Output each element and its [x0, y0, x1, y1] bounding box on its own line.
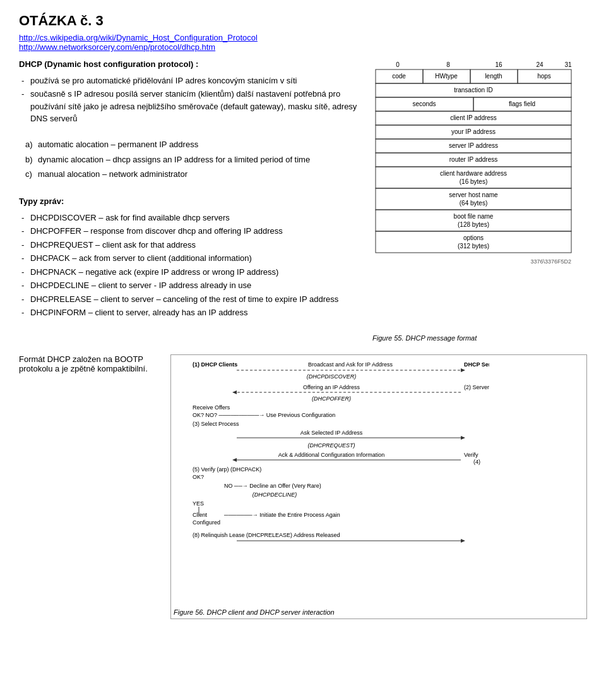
intro-item-2: současně s IP adresou posílá server stan… [19, 88, 360, 125]
flow-diagram-container: .flow-text { font-size: 9px; font-family… [170, 354, 587, 619]
svg-text:length: length [485, 73, 502, 80]
svg-text:your IP address: your IP address [451, 128, 496, 135]
svg-text:(4): (4) [473, 459, 480, 465]
svg-text:(16 bytes): (16 bytes) [460, 178, 487, 185]
svg-text:Configured: Configured [193, 519, 220, 526]
intro-list: používá se pro automatické přidělování I… [19, 75, 360, 125]
alloc-label-a: a) [25, 138, 33, 151]
svg-text:3376\3376F5D2: 3376\3376F5D2 [530, 258, 571, 265]
svg-text:(DHCPOFFER): (DHCPOFFER) [312, 395, 351, 402]
svg-text:16: 16 [495, 61, 502, 68]
type-discover: DHCPDISCOVER – ask for find available dh… [19, 212, 360, 224]
svg-text:OK?: OK? [193, 474, 204, 480]
packet-format-svg: 0 8 16 24 31 code HWtype length hops tra… [372, 58, 574, 330]
svg-text:Verify: Verify [464, 452, 478, 458]
svg-text:(64 bytes): (64 bytes) [460, 200, 487, 207]
type-offer: DHCPOFFER – response from discover dhcp … [19, 225, 360, 238]
svg-text:Broadcast and Ask for IP Addre: Broadcast and Ask for IP Address [308, 361, 393, 368]
svg-text:(8)  Relinquish Lease  (DHCPRE: (8) Relinquish Lease (DHCPRELEASE) Addre… [193, 532, 340, 538]
svg-text:OK?   NO? ──────────→ Use Prev: OK? NO? ──────────→ Use Previous Configu… [193, 412, 335, 418]
alloc-text-b: dynamic alocation – dhcp assigns an IP a… [38, 155, 310, 164]
flow-diagram-svg: .flow-text { font-size: 9px; font-family… [174, 358, 489, 604]
alloc-text-c: manual alocation – network administrator [38, 169, 187, 179]
svg-text:options: options [463, 234, 484, 241]
svg-marker-44 [461, 368, 465, 372]
link-wikipedia[interactable]: http://cs.wikipedia.org/wiki/Dynamic_Hos… [19, 33, 258, 42]
alloc-list: a) automatic alocation – permanent IP ad… [19, 138, 360, 181]
svg-text:31: 31 [564, 61, 572, 68]
alloc-label-c: c) [25, 168, 32, 181]
type-release: DHCPRELEASE – client to server – canceli… [19, 293, 360, 306]
svg-marker-56 [461, 436, 465, 440]
svg-text:Ask Selected IP Address: Ask Selected IP Address [300, 430, 363, 436]
alloc-item-b: b) dynamic alocation – dhcp assigns an I… [19, 154, 360, 166]
dhcp-flow-diagram: .flow-text { font-size: 9px; font-family… [170, 354, 587, 619]
intro-title: DHCP (Dynamic host configuration protoco… [19, 59, 198, 69]
svg-text:Offering an IP Address: Offering an IP Address [303, 384, 360, 390]
svg-text:(128 bytes): (128 bytes) [458, 221, 489, 228]
link-networksorcery[interactable]: http://www.networksorcery.com/enp/protoc… [19, 42, 215, 52]
svg-text:server IP address: server IP address [449, 142, 498, 149]
intro-item-1: používá se pro automatické přidělování I… [19, 75, 360, 87]
type-ack: DHCPACK – ack from server to client (add… [19, 252, 360, 265]
types-list: DHCPDISCOVER – ask for find available dh… [19, 212, 360, 319]
types-title: Typy zpráv: [19, 196, 64, 206]
svg-text:───────→ Initiate the Entire P: ───────→ Initiate the Entire Process Aga… [223, 512, 340, 518]
svg-text:(5) Verify (arp)  (DHCPACK): (5) Verify (arp) (DHCPACK) [193, 466, 261, 473]
svg-text:client hardware address: client hardware address [440, 170, 507, 177]
right-column: 0 8 16 24 31 code HWtype length hops tra… [372, 58, 587, 342]
bottom-section: Formát DHCP založen na BOOTP protokolu a… [19, 354, 587, 619]
fig55-caption: Figure 55. DHCP message format [372, 334, 574, 342]
alloc-label-b: b) [25, 154, 33, 166]
svg-text:Receive Offers: Receive Offers [193, 404, 230, 411]
svg-text:flags field: flags field [509, 100, 535, 107]
alloc-item-a: a) automatic alocation – permanent IP ad… [19, 138, 360, 151]
svg-text:client IP address: client IP address [450, 114, 497, 121]
footer-text: Formát DHCP založen na BOOTP protokolu a… [19, 354, 158, 373]
links-section: http://cs.wikipedia.org/wiki/Dynamic_Hos… [19, 33, 587, 52]
svg-marker-61 [232, 458, 237, 462]
page-title: OTÁZKA č. 3 [19, 13, 587, 29]
footer-text-container: Formát DHCP založen na BOOTP protokolu a… [19, 354, 158, 619]
alloc-item-c: c) manual alocation – network administra… [19, 168, 360, 181]
svg-text:(DHCPDECLINE): (DHCPDECLINE) [252, 492, 297, 498]
type-request: DHCPREQUEST – client ask for that addres… [19, 239, 360, 251]
svg-text:24: 24 [536, 61, 544, 68]
type-decline: DHCPDECLINE – client to server - IP addr… [19, 279, 360, 292]
svg-text:NO ──→ Decline an Offer (Very : NO ──→ Decline an Offer (Very Rare) [224, 483, 321, 489]
svg-text:(DHCPREQUEST): (DHCPREQUEST) [307, 442, 355, 449]
svg-text:router IP address: router IP address [449, 156, 498, 163]
alloc-text-a: automatic alocation – permanent IP addre… [38, 140, 198, 149]
svg-text:YES: YES [193, 500, 204, 507]
type-nack: DHCPNACK – negative ack (expire IP addre… [19, 266, 360, 279]
svg-text:boot file name: boot file name [454, 213, 494, 220]
fig56-caption: Figure 56. DHCP client and DHCP server i… [174, 608, 584, 616]
svg-text:code: code [392, 73, 406, 80]
svg-text:server host name: server host name [449, 191, 498, 198]
svg-text:0: 0 [396, 61, 400, 68]
svg-text:seconds: seconds [412, 100, 436, 107]
svg-text:DHCP Server: DHCP Server [464, 361, 489, 368]
svg-marker-49 [232, 390, 237, 394]
svg-text:HWtype: HWtype [435, 73, 458, 80]
svg-marker-74 [461, 539, 465, 543]
svg-text:Ack & Additional Configuration: Ack & Additional Configuration Informati… [278, 452, 385, 458]
svg-text:8: 8 [446, 61, 450, 68]
svg-text:transaction ID: transaction ID [454, 87, 493, 94]
left-column: DHCP (Dynamic host configuration protoco… [19, 58, 360, 342]
svg-text:hops: hops [537, 73, 551, 80]
svg-text:(1) DHCP Clients: (1) DHCP Clients [193, 361, 237, 368]
svg-text:(DHCPDISCOVER): (DHCPDISCOVER) [307, 373, 357, 380]
svg-text:(3) Select Process: (3) Select Process [193, 421, 239, 427]
dhcp-packet-diagram: 0 8 16 24 31 code HWtype length hops tra… [372, 58, 574, 342]
svg-text:Client: Client [193, 512, 208, 518]
type-inform: DHCPINFORM – client to server, already h… [19, 306, 360, 319]
svg-text:(2) Servers: (2) Servers [464, 384, 489, 390]
svg-text:(312 bytes): (312 bytes) [458, 243, 489, 250]
